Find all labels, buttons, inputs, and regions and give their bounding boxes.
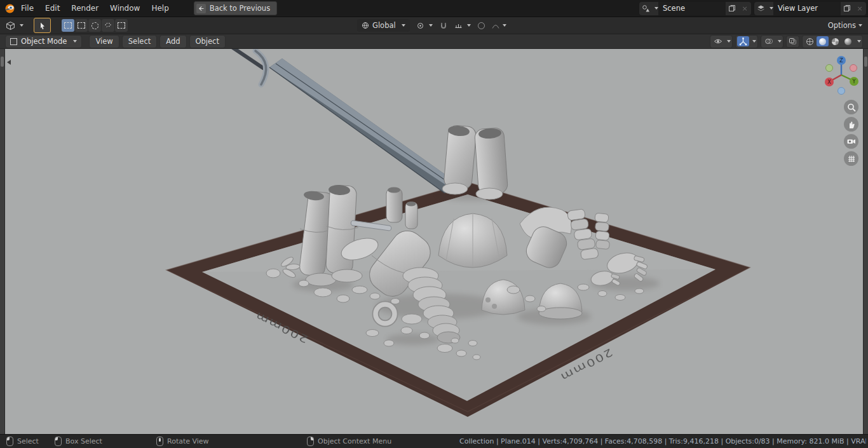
snap-chevron-icon[interactable] xyxy=(467,24,471,27)
orientation-label: Global xyxy=(372,21,396,30)
tool-settings-bar: Global xyxy=(0,17,868,34)
view-layer-browse-button[interactable] xyxy=(754,2,767,15)
visibility-chevron-icon[interactable] xyxy=(727,40,731,43)
pivot-chevron-icon[interactable] xyxy=(429,24,433,27)
visibility-eye-icon xyxy=(714,37,722,45)
editor-type-selector[interactable] xyxy=(4,20,25,32)
back-to-previous-label: Back to Previous xyxy=(210,4,270,13)
hand-icon xyxy=(847,120,856,129)
gizmos-toggle-button[interactable] xyxy=(737,36,749,46)
tweak-cursor-icon xyxy=(38,22,46,30)
select-mode-circle-button[interactable] xyxy=(88,19,101,32)
shading-material-button[interactable] xyxy=(829,36,841,46)
select-mode-tweak-button[interactable] xyxy=(62,19,74,32)
falloff-curve-icon xyxy=(492,22,499,29)
gizmo-neg-x-axis[interactable] xyxy=(850,65,857,72)
object-visibility-button[interactable] xyxy=(712,36,724,46)
menu-edit[interactable]: Edit xyxy=(39,0,65,17)
select-mode-lasso-button[interactable] xyxy=(102,19,114,32)
overlays-chevron-icon[interactable] xyxy=(778,40,782,43)
proportional-falloff-dropdown[interactable] xyxy=(489,19,502,32)
mouse-middle-icon xyxy=(156,437,163,446)
editor-3d-viewport-icon xyxy=(6,21,15,31)
select-mode-group xyxy=(62,19,128,32)
scene-name-field[interactable]: Scene xyxy=(658,2,726,15)
options-label: Options xyxy=(828,21,856,30)
scene-browse-button[interactable] xyxy=(639,2,652,15)
viewport-3d-scene[interactable]: 200mm 200mm xyxy=(0,49,868,435)
wireframe-sphere-icon xyxy=(806,37,814,46)
camera-view-button[interactable] xyxy=(844,134,858,149)
zoom-button[interactable] xyxy=(844,100,858,114)
scene-unlink-button[interactable]: × xyxy=(738,2,751,15)
box-select-icon xyxy=(78,22,85,29)
magnifier-icon xyxy=(847,103,856,112)
menu-file[interactable]: File xyxy=(15,0,39,17)
menu-view[interactable]: View xyxy=(89,35,119,48)
circle-select-icon xyxy=(92,22,98,29)
mouse-right-icon xyxy=(307,437,314,446)
shading-solid-button[interactable] xyxy=(817,36,829,46)
xray-toggle-button[interactable] xyxy=(786,36,799,48)
sword-object[interactable] xyxy=(222,49,457,193)
view-layer-selector: View Layer × xyxy=(754,2,866,15)
blender-logo-icon[interactable] xyxy=(4,3,15,14)
view-layer-name-field[interactable]: View Layer xyxy=(773,2,841,15)
statusbar-context-menu-hint: Object Context Menu xyxy=(307,435,391,447)
navigation-gizmo[interactable]: Z X Y xyxy=(823,55,860,99)
pan-button[interactable] xyxy=(844,117,858,132)
scene-new-button[interactable] xyxy=(726,2,738,15)
select-mode-box-button[interactable] xyxy=(75,19,88,32)
global-orientation-icon xyxy=(362,22,369,29)
xray-icon xyxy=(789,37,797,45)
shading-rendered-button[interactable] xyxy=(842,36,854,46)
options-dropdown[interactable]: Options xyxy=(828,21,862,30)
sidebar-region-divider[interactable] xyxy=(863,49,868,435)
shading-wireframe-button[interactable] xyxy=(804,36,816,46)
toolshelf-collapse-arrow-icon[interactable] xyxy=(7,60,11,65)
gizmo-neg-z-axis[interactable] xyxy=(838,88,845,95)
gizmos-chevron-icon[interactable] xyxy=(752,40,756,43)
snap-toggle-button[interactable] xyxy=(437,19,450,32)
shading-mode-group xyxy=(802,35,863,48)
gizmo-neg-y-axis[interactable] xyxy=(826,65,833,72)
snap-settings-dropdown[interactable] xyxy=(452,19,465,32)
camera-icon xyxy=(846,137,856,146)
shading-chevron-icon[interactable] xyxy=(857,40,861,43)
menu-help[interactable]: Help xyxy=(146,0,174,17)
region-handle[interactable] xyxy=(864,57,867,67)
menu-object[interactable]: Object xyxy=(189,35,226,48)
view-layer-new-button[interactable] xyxy=(841,2,853,15)
active-tool-tweak-button[interactable] xyxy=(34,18,51,33)
greaves-pair[interactable] xyxy=(299,184,362,286)
ortho-toggle-button[interactable] xyxy=(844,151,858,166)
select-mode-extra-button[interactable] xyxy=(115,19,128,32)
toolbar-region-divider[interactable] xyxy=(0,49,5,435)
menu-select[interactable]: Select xyxy=(122,35,157,48)
solid-sphere-icon xyxy=(819,38,826,45)
lasso-select-icon xyxy=(104,22,112,29)
scene-statistics: Collection | Plane.014 | Verts:4,709,764… xyxy=(459,435,866,447)
mode-dropdown[interactable]: Object Mode xyxy=(5,35,82,48)
transform-orientation-dropdown[interactable]: Global xyxy=(357,19,410,32)
proportional-circle-icon xyxy=(478,22,485,29)
back-to-previous-button[interactable]: Back to Previous xyxy=(194,1,277,15)
viewport-3d[interactable]: 200mm 200mm xyxy=(0,49,868,435)
mouse-left-icon xyxy=(6,437,13,446)
view-layer-remove-button[interactable]: × xyxy=(853,2,866,15)
pivot-point-dropdown[interactable] xyxy=(414,19,427,32)
overlays-toggle-button[interactable] xyxy=(763,36,775,46)
editor-type-chevron-icon xyxy=(20,24,24,27)
falloff-chevron-icon[interactable] xyxy=(503,24,506,27)
menu-add[interactable]: Add xyxy=(159,35,186,48)
grid-icon xyxy=(847,154,856,163)
topbar: File Edit Render Window Help Back to Pre… xyxy=(0,0,868,17)
statusbar-select-hint: Select xyxy=(6,435,39,447)
material-sphere-icon xyxy=(832,38,839,45)
overlays-icon xyxy=(764,37,773,45)
region-handle[interactable] xyxy=(1,57,4,67)
menu-window[interactable]: Window xyxy=(104,0,146,17)
proportional-editing-button[interactable] xyxy=(475,19,488,32)
menu-render[interactable]: Render xyxy=(65,0,104,17)
options-chevron-icon xyxy=(858,24,862,27)
